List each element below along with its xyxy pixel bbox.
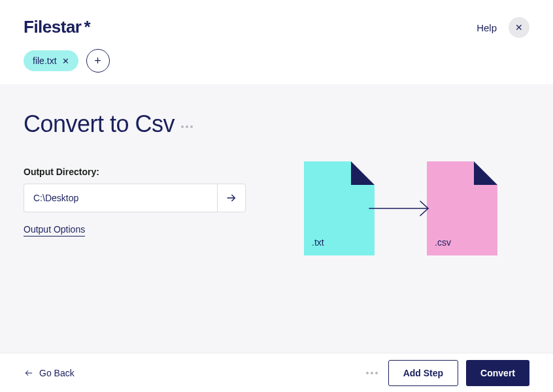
close-icon: ✕ — [515, 22, 523, 33]
destination-file-extension: .csv — [435, 237, 451, 248]
dot-icon — [186, 125, 188, 128]
arrow-right-icon — [368, 199, 433, 218]
source-file-tile: .txt — [304, 161, 375, 255]
source-file-extension: .txt — [312, 237, 324, 248]
dot-icon — [366, 372, 369, 374]
help-link[interactable]: Help — [477, 22, 497, 33]
arrow-left-icon — [24, 368, 34, 378]
top-right: Help ✕ — [477, 17, 529, 38]
add-step-button[interactable]: Add Step — [388, 360, 458, 386]
add-file-button[interactable]: + — [86, 49, 110, 73]
go-back-label: Go Back — [39, 368, 75, 378]
asterisk-icon: * — [84, 17, 91, 37]
file-corner-icon — [351, 161, 375, 185]
page-title-row: Convert to Csv — [24, 110, 246, 138]
convert-label: Convert — [480, 368, 515, 378]
close-window-button[interactable]: ✕ — [509, 17, 529, 38]
main-left-column: Convert to Csv Output Directory: Output … — [24, 110, 246, 353]
dot-icon — [375, 372, 378, 374]
main-right-column: .txt .csv — [272, 110, 529, 353]
top-left: Filestar * file.txt ✕ + — [24, 17, 110, 73]
plus-icon: + — [94, 54, 101, 68]
add-step-label: Add Step — [403, 368, 443, 378]
go-back-button[interactable]: Go Back — [24, 368, 75, 378]
conversion-graphic: .txt .csv — [304, 161, 497, 255]
dot-icon — [371, 372, 373, 374]
footer-bar: Go Back Add Step Convert — [0, 353, 553, 392]
output-directory-input[interactable] — [24, 184, 217, 212]
dot-icon — [190, 125, 193, 128]
arrow-right-icon — [226, 192, 237, 204]
more-options-button[interactable] — [181, 120, 193, 128]
page-title: Convert to Csv — [24, 110, 175, 138]
top-bar: Filestar * file.txt ✕ + Help ✕ — [0, 0, 553, 84]
app-logo: Filestar * — [24, 17, 110, 37]
file-corner-icon — [474, 161, 497, 185]
file-chip[interactable]: file.txt ✕ — [24, 50, 78, 71]
output-directory-label: Output Directory: — [24, 167, 246, 177]
footer-right: Add Step Convert — [366, 360, 529, 386]
main-content: Convert to Csv Output Directory: Output … — [0, 84, 553, 353]
output-options-link[interactable]: Output Options — [24, 224, 85, 237]
file-chip-label: file.txt — [33, 56, 57, 66]
close-icon[interactable]: ✕ — [62, 57, 69, 65]
file-chip-row: file.txt ✕ + — [24, 49, 110, 73]
dot-icon — [181, 125, 184, 128]
footer-more-button[interactable] — [366, 372, 378, 374]
destination-file-tile: .csv — [427, 161, 497, 255]
convert-button[interactable]: Convert — [466, 360, 529, 386]
logo-text: Filestar — [24, 17, 82, 37]
browse-directory-button[interactable] — [217, 184, 246, 212]
output-directory-row — [24, 184, 246, 212]
